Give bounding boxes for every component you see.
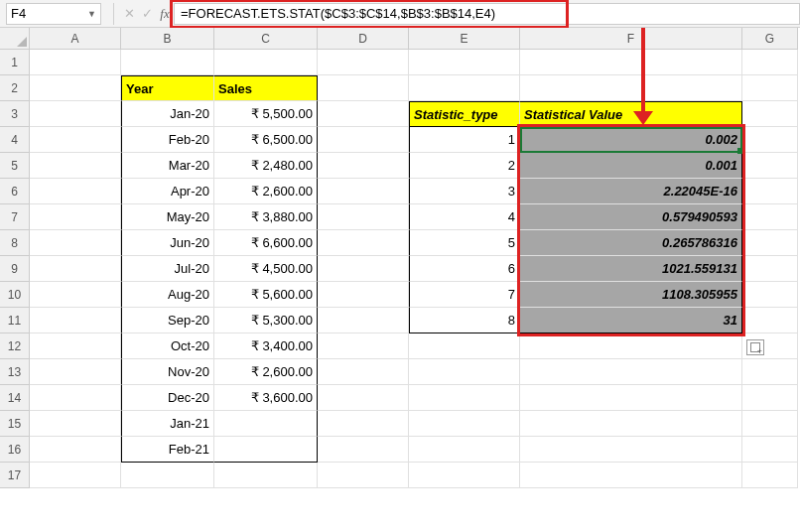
cell-A14[interactable]: [30, 385, 121, 411]
table-cell-year[interactable]: Feb-21: [121, 437, 214, 463]
cell-G8[interactable]: [742, 230, 798, 256]
stats-cell-type[interactable]: [409, 411, 520, 437]
cell-G1[interactable]: [742, 50, 798, 75]
column-header-D[interactable]: D: [318, 28, 409, 50]
table-cell-year[interactable]: Oct-20: [121, 333, 214, 359]
chevron-down-icon[interactable]: ▼: [87, 9, 96, 19]
table-cell-sales[interactable]: ₹ 3,880.00: [214, 204, 318, 230]
column-header-A[interactable]: A: [30, 28, 121, 50]
row-header-16[interactable]: 16: [0, 437, 30, 463]
stats-cell-value[interactable]: 1108.305955: [520, 282, 742, 308]
cell-G9[interactable]: [742, 256, 798, 282]
cell-D10[interactable]: [318, 282, 409, 308]
table-cell-sales[interactable]: [214, 463, 318, 488]
cell-D8[interactable]: [318, 230, 409, 256]
cell-A8[interactable]: [30, 230, 121, 256]
table-cell-year[interactable]: Sep-20: [121, 308, 214, 333]
cell-D2[interactable]: [318, 75, 409, 101]
row-header-9[interactable]: 9: [0, 256, 30, 282]
table-cell-year[interactable]: Nov-20: [121, 359, 214, 385]
table-cell-sales[interactable]: ₹ 3,400.00: [214, 333, 318, 359]
cell-A3[interactable]: [30, 101, 121, 127]
table-cell-year[interactable]: Jun-20: [121, 230, 214, 256]
row-header-3[interactable]: 3: [0, 101, 30, 127]
table-cell-year[interactable]: Jan-21: [121, 411, 214, 437]
stats-cell-type[interactable]: 5: [409, 230, 520, 256]
fx-icon[interactable]: fx: [156, 6, 174, 22]
stats-header-type[interactable]: Statistic_type: [409, 101, 520, 127]
spreadsheet-grid[interactable]: 1234567891011121314151617 ABCDEFG YearSa…: [0, 28, 800, 488]
stats-cell-type[interactable]: [409, 463, 520, 488]
table-cell-year[interactable]: Jan-20: [121, 101, 214, 127]
stats-cell-type[interactable]: [409, 333, 520, 359]
table-cell-year[interactable]: Apr-20: [121, 179, 214, 204]
cell-G14[interactable]: [742, 385, 798, 411]
table-cell-year[interactable]: Aug-20: [121, 282, 214, 308]
stats-cell-value[interactable]: [520, 411, 742, 437]
table-cell-sales[interactable]: ₹ 2,600.00: [214, 359, 318, 385]
cell-D11[interactable]: [318, 308, 409, 333]
table-cell-sales[interactable]: [214, 50, 318, 75]
stats-cell-value[interactable]: [520, 385, 742, 411]
cell-D14[interactable]: [318, 385, 409, 411]
stats-cell-type[interactable]: 7: [409, 282, 520, 308]
cell-A6[interactable]: [30, 179, 121, 204]
row-header-2[interactable]: 2: [0, 75, 30, 101]
row-header-4[interactable]: 4: [0, 127, 30, 153]
cell-G3[interactable]: [742, 101, 798, 127]
column-header-B[interactable]: B: [121, 28, 214, 50]
stats-cell-type[interactable]: 2: [409, 153, 520, 179]
row-header-14[interactable]: 14: [0, 385, 30, 411]
cell-G2[interactable]: [742, 75, 798, 101]
cell-A16[interactable]: [30, 437, 121, 463]
cell-G6[interactable]: [742, 179, 798, 204]
row-header-8[interactable]: 8: [0, 230, 30, 256]
cell-D1[interactable]: [318, 50, 409, 75]
stats-cell-value[interactable]: 31: [520, 308, 742, 333]
cell-A5[interactable]: [30, 153, 121, 179]
cell-G10[interactable]: [742, 282, 798, 308]
stats-cell-value[interactable]: [520, 75, 742, 101]
stats-cell-value[interactable]: [520, 333, 742, 359]
cell-D15[interactable]: [318, 411, 409, 437]
stats-cell-value[interactable]: 0.001: [520, 153, 742, 179]
table-cell-year[interactable]: Mar-20: [121, 153, 214, 179]
table-cell-sales[interactable]: ₹ 3,600.00: [214, 385, 318, 411]
row-header-17[interactable]: 17: [0, 463, 30, 488]
stats-cell-value[interactable]: 0.002: [520, 127, 742, 153]
stats-cell-value[interactable]: [520, 359, 742, 385]
cell-A12[interactable]: [30, 333, 121, 359]
cell-A13[interactable]: [30, 359, 121, 385]
cell-G7[interactable]: [742, 204, 798, 230]
column-header-E[interactable]: E: [409, 28, 520, 50]
table-cell-year[interactable]: Dec-20: [121, 385, 214, 411]
stats-cell-value[interactable]: [520, 463, 742, 488]
cell-A9[interactable]: [30, 256, 121, 282]
cell-G17[interactable]: [742, 463, 798, 488]
cell-G16[interactable]: [742, 437, 798, 463]
cell-A17[interactable]: [30, 463, 121, 488]
cell-G15[interactable]: [742, 411, 798, 437]
table-cell-sales[interactable]: ₹ 6,600.00: [214, 230, 318, 256]
stats-cell-type[interactable]: [409, 437, 520, 463]
formula-bar[interactable]: =FORECAST.ETS.STAT($C$3:$C$14,$B$3:$B$14…: [174, 3, 800, 25]
stats-cell-type[interactable]: 4: [409, 204, 520, 230]
table-header-sales[interactable]: Sales: [214, 75, 318, 101]
table-cell-year[interactable]: Jul-20: [121, 256, 214, 282]
cell-A2[interactable]: [30, 75, 121, 101]
cell-D7[interactable]: [318, 204, 409, 230]
table-cell-sales[interactable]: ₹ 5,500.00: [214, 101, 318, 127]
table-cell-sales[interactable]: [214, 411, 318, 437]
table-cell-sales[interactable]: [214, 437, 318, 463]
cell-D13[interactable]: [318, 359, 409, 385]
stats-header-value[interactable]: Statistical Value: [520, 101, 742, 127]
stats-cell-type[interactable]: [409, 359, 520, 385]
stats-cell-type[interactable]: 8: [409, 308, 520, 333]
row-header-1[interactable]: 1: [0, 50, 30, 75]
table-cell-sales[interactable]: ₹ 2,600.00: [214, 179, 318, 204]
table-cell-year[interactable]: [121, 50, 214, 75]
table-cell-sales[interactable]: ₹ 5,600.00: [214, 282, 318, 308]
stats-cell-type[interactable]: [409, 50, 520, 75]
cell-A10[interactable]: [30, 282, 121, 308]
stats-cell-type[interactable]: 1: [409, 127, 520, 153]
